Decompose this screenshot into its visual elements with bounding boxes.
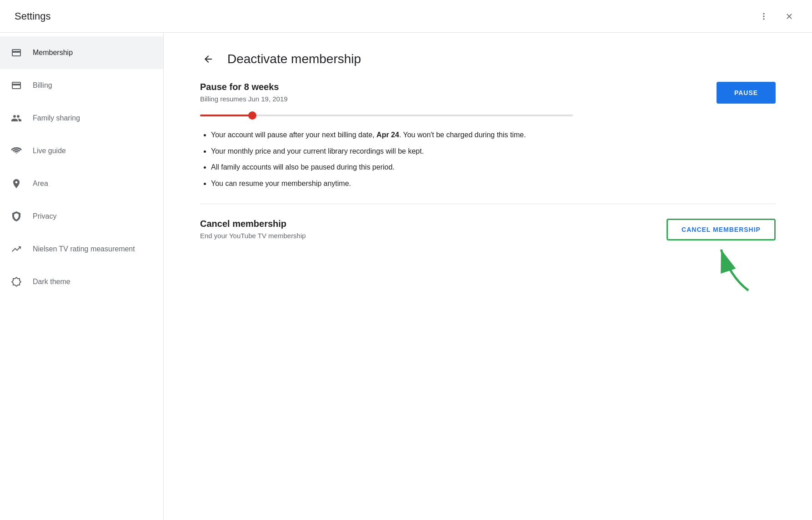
bullet-3: All family accounts will also be paused … — [211, 161, 776, 173]
bullet-2: Your monthly price and your current libr… — [211, 145, 776, 157]
sidebar-item-family-sharing[interactable]: Family sharing — [0, 102, 163, 135]
bullet-1-bold: Apr 24 — [376, 131, 399, 139]
pause-section: Pause for 8 weeks Billing resumes Jun 19… — [200, 82, 776, 189]
sidebar-item-area[interactable]: Area — [0, 167, 163, 200]
cancel-info: Cancel membership End your YouTube TV me… — [200, 219, 306, 240]
sidebar-label-live-guide: Live guide — [33, 147, 66, 155]
sidebar-label-privacy: Privacy — [33, 212, 56, 220]
live-guide-icon — [11, 145, 22, 156]
nielsen-icon — [11, 244, 22, 255]
cancel-membership-button[interactable]: CANCEL MEMBERSHIP — [667, 219, 776, 240]
pause-info: Pause for 8 weeks Billing resumes Jun 19… — [200, 82, 288, 103]
sidebar-label-area: Area — [33, 180, 48, 188]
sidebar-item-privacy[interactable]: Privacy — [0, 200, 163, 233]
cancel-button-wrapper: CANCEL MEMBERSHIP — [667, 219, 776, 240]
more-icon — [759, 12, 768, 21]
close-button[interactable] — [781, 8, 797, 25]
sidebar-item-dark-theme[interactable]: Dark theme — [0, 265, 163, 298]
close-icon — [785, 12, 794, 21]
sidebar-item-nielsen[interactable]: Nielsen TV rating measurement — [0, 233, 163, 265]
pause-bullets: Your account will pause after your next … — [200, 129, 776, 189]
sidebar-item-billing[interactable]: Billing — [0, 69, 163, 102]
pause-title: Pause for 8 weeks — [200, 82, 288, 92]
cancel-title: Cancel membership — [200, 219, 306, 229]
sidebar: Membership Billing Family sharing — [0, 33, 164, 520]
cancel-subtitle: End your YouTube TV membership — [200, 232, 306, 240]
svg-point-1 — [763, 15, 764, 17]
page-header: Deactivate membership — [200, 33, 776, 82]
sidebar-label-dark-theme: Dark theme — [33, 278, 70, 286]
slider-thumb[interactable] — [248, 111, 256, 120]
sidebar-item-membership[interactable]: Membership — [0, 36, 163, 69]
svg-point-0 — [763, 13, 764, 14]
billing-icon — [11, 80, 22, 91]
header: Settings — [0, 0, 812, 33]
back-button[interactable] — [200, 51, 216, 67]
slider-track — [200, 115, 573, 116]
svg-point-2 — [763, 18, 764, 20]
annotation-arrow — [685, 240, 767, 300]
more-options-button[interactable] — [756, 8, 772, 25]
layout: Membership Billing Family sharing — [0, 33, 812, 520]
back-icon — [203, 54, 214, 65]
pause-slider-container — [200, 115, 776, 116]
sidebar-label-membership: Membership — [33, 49, 73, 57]
section-divider — [200, 204, 776, 204]
main-content: Deactivate membership Pause for 8 weeks … — [164, 33, 812, 520]
pause-button[interactable]: PAUSE — [717, 82, 776, 104]
pause-section-row: Pause for 8 weeks Billing resumes Jun 19… — [200, 82, 776, 104]
membership-icon — [11, 47, 22, 58]
sidebar-label-billing: Billing — [33, 81, 52, 90]
family-icon — [11, 113, 22, 124]
slider-fill — [200, 115, 252, 116]
sidebar-item-live-guide[interactable]: Live guide — [0, 135, 163, 167]
dark-theme-icon — [11, 276, 22, 287]
sidebar-label-nielsen: Nielsen TV rating measurement — [33, 245, 135, 253]
area-icon — [11, 178, 22, 189]
sidebar-label-family-sharing: Family sharing — [33, 114, 80, 122]
bullet-1: Your account will pause after your next … — [211, 129, 776, 141]
page-title: Deactivate membership — [227, 52, 361, 66]
pause-subtitle: Billing resumes Jun 19, 2019 — [200, 95, 288, 103]
cancel-section: Cancel membership End your YouTube TV me… — [200, 219, 776, 240]
header-actions — [756, 8, 797, 25]
app-title: Settings — [15, 10, 51, 22]
privacy-icon — [11, 211, 22, 222]
bullet-4: You can resume your membership anytime. — [211, 178, 776, 190]
